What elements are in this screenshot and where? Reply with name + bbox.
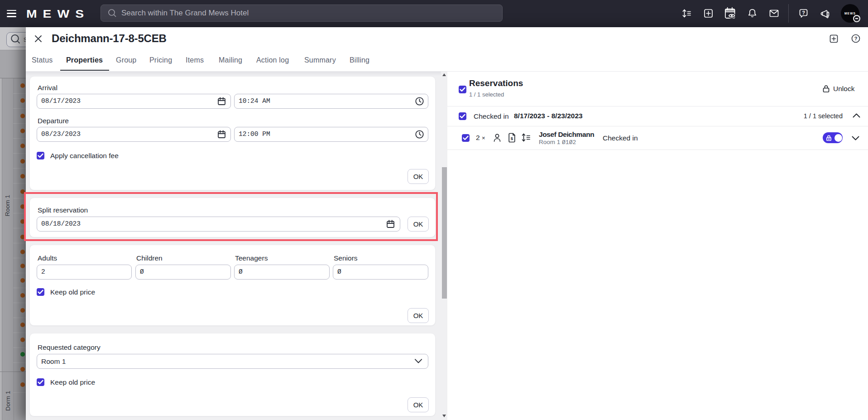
svg-text:?: ? xyxy=(854,36,858,41)
svg-text:?: ? xyxy=(802,10,805,15)
svg-text:$: $ xyxy=(511,136,513,141)
